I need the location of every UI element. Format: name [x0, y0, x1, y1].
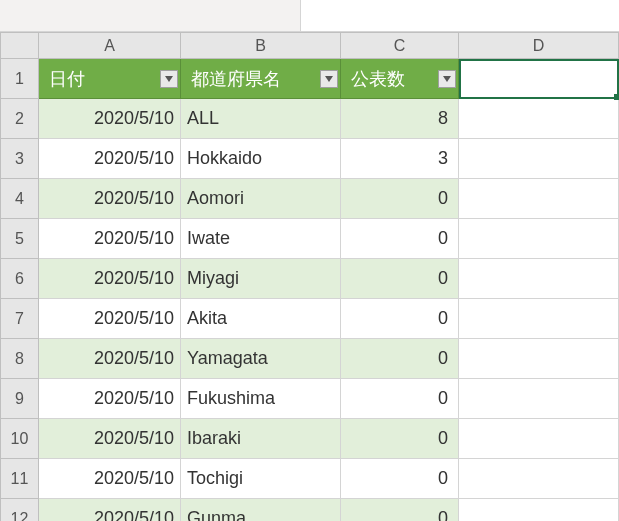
cell-D5[interactable] — [459, 219, 619, 259]
cell-B7[interactable]: Akita — [181, 299, 341, 339]
cell-D4[interactable] — [459, 179, 619, 219]
header-text-pref: 都道府県名 — [191, 69, 281, 89]
cell-D12[interactable] — [459, 499, 619, 522]
cell-A7[interactable]: 2020/5/10 — [39, 299, 181, 339]
cell-C3[interactable]: 3 — [341, 139, 459, 179]
cell-C4[interactable]: 0 — [341, 179, 459, 219]
row-header-3[interactable]: 3 — [1, 139, 39, 179]
cell-A6[interactable]: 2020/5/10 — [39, 259, 181, 299]
cell-A2[interactable]: 2020/5/10 — [39, 99, 181, 139]
cell-B11[interactable]: Tochigi — [181, 459, 341, 499]
formula-input[interactable] — [300, 0, 619, 31]
cell-C6[interactable]: 0 — [341, 259, 459, 299]
row-header-9[interactable]: 9 — [1, 379, 39, 419]
table-header-count[interactable]: 公表数 — [341, 59, 459, 99]
row-header-11[interactable]: 11 — [1, 459, 39, 499]
cell-A3[interactable]: 2020/5/10 — [39, 139, 181, 179]
cell-B2[interactable]: ALL — [181, 99, 341, 139]
svg-marker-0 — [165, 76, 173, 82]
cell-D11[interactable] — [459, 459, 619, 499]
cell-A4[interactable]: 2020/5/10 — [39, 179, 181, 219]
column-header-A[interactable]: A — [39, 33, 181, 59]
row-header-8[interactable]: 8 — [1, 339, 39, 379]
cell-C9[interactable]: 0 — [341, 379, 459, 419]
cell-C7[interactable]: 0 — [341, 299, 459, 339]
svg-marker-2 — [443, 76, 451, 82]
cell-C8[interactable]: 0 — [341, 339, 459, 379]
column-header-B[interactable]: B — [181, 33, 341, 59]
cell-D7[interactable] — [459, 299, 619, 339]
svg-marker-1 — [325, 76, 333, 82]
cell-B4[interactable]: Aomori — [181, 179, 341, 219]
spreadsheet-viewport: A B C D 1日付都道府県名公表数22020/5/10ALL832020/5… — [0, 0, 619, 521]
cell-D2[interactable] — [459, 99, 619, 139]
filter-dropdown-icon[interactable] — [438, 70, 456, 88]
table-header-pref[interactable]: 都道府県名 — [181, 59, 341, 99]
cell-B12[interactable]: Gunma — [181, 499, 341, 522]
cell-B8[interactable]: Yamagata — [181, 339, 341, 379]
header-text-date: 日付 — [49, 69, 85, 89]
cell-D9[interactable] — [459, 379, 619, 419]
cell-C2[interactable]: 8 — [341, 99, 459, 139]
cell-A5[interactable]: 2020/5/10 — [39, 219, 181, 259]
row-header-12[interactable]: 12 — [1, 499, 39, 522]
row-header-6[interactable]: 6 — [1, 259, 39, 299]
cell-D8[interactable] — [459, 339, 619, 379]
cell-A10[interactable]: 2020/5/10 — [39, 419, 181, 459]
column-header-C[interactable]: C — [341, 33, 459, 59]
cell-B10[interactable]: Ibaraki — [181, 419, 341, 459]
column-header-D[interactable]: D — [459, 33, 619, 59]
cell-A9[interactable]: 2020/5/10 — [39, 379, 181, 419]
cell-A12[interactable]: 2020/5/10 — [39, 499, 181, 522]
formula-bar-area — [0, 0, 619, 32]
cell-C10[interactable]: 0 — [341, 419, 459, 459]
cell-C11[interactable]: 0 — [341, 459, 459, 499]
row-header-10[interactable]: 10 — [1, 419, 39, 459]
cell-C5[interactable]: 0 — [341, 219, 459, 259]
cell-D1[interactable] — [459, 59, 619, 99]
row-header-4[interactable]: 4 — [1, 179, 39, 219]
header-text-count: 公表数 — [351, 69, 405, 89]
row-header-2[interactable]: 2 — [1, 99, 39, 139]
cell-B5[interactable]: Iwate — [181, 219, 341, 259]
filter-dropdown-icon[interactable] — [160, 70, 178, 88]
spreadsheet-grid: A B C D 1日付都道府県名公表数22020/5/10ALL832020/5… — [0, 32, 619, 521]
select-all-corner[interactable] — [1, 33, 39, 59]
cell-B3[interactable]: Hokkaido — [181, 139, 341, 179]
table-header-date[interactable]: 日付 — [39, 59, 181, 99]
cell-A8[interactable]: 2020/5/10 — [39, 339, 181, 379]
cell-D6[interactable] — [459, 259, 619, 299]
cell-B6[interactable]: Miyagi — [181, 259, 341, 299]
cell-B9[interactable]: Fukushima — [181, 379, 341, 419]
cell-C12[interactable]: 0 — [341, 499, 459, 522]
cell-D3[interactable] — [459, 139, 619, 179]
cell-A11[interactable]: 2020/5/10 — [39, 459, 181, 499]
filter-dropdown-icon[interactable] — [320, 70, 338, 88]
cell-D10[interactable] — [459, 419, 619, 459]
row-header-5[interactable]: 5 — [1, 219, 39, 259]
row-header-7[interactable]: 7 — [1, 299, 39, 339]
row-header-1[interactable]: 1 — [1, 59, 39, 99]
